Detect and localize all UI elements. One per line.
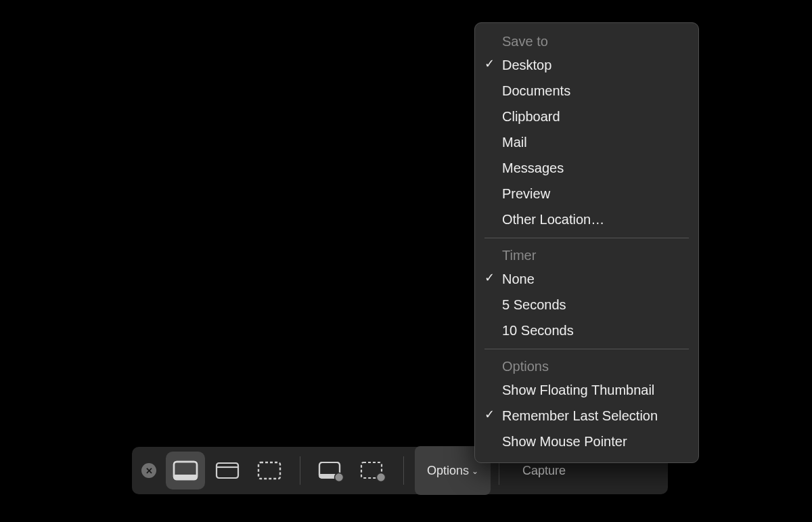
menu-item-timer-10s[interactable]: 10 Seconds (475, 318, 698, 343)
menu-item-other-location[interactable]: Other Location… (475, 206, 698, 232)
record-selection-button[interactable] (353, 452, 392, 490)
menu-item-mail[interactable]: Mail (475, 129, 698, 155)
options-menu: Save to ✓ Desktop Documents Clipboard Ma… (474, 22, 699, 463)
menu-separator (484, 238, 689, 238)
toolbar-divider-2 (403, 456, 404, 485)
menu-item-remember-last-selection[interactable]: ✓ Remember Last Selection (475, 403, 698, 429)
capture-selection-button[interactable] (250, 452, 289, 490)
menu-item-show-mouse-pointer[interactable]: Show Mouse Pointer (475, 429, 698, 454)
menu-header-options: Options (475, 355, 698, 377)
menu-item-label: Documents (502, 83, 570, 98)
checkmark-icon: ✓ (484, 408, 495, 422)
menu-item-label: Show Floating Thumbnail (502, 383, 654, 397)
window-icon (214, 460, 241, 481)
toolbar-divider (300, 456, 300, 485)
capture-window-button[interactable] (208, 452, 247, 490)
menu-item-label: Preview (502, 186, 550, 201)
menu-item-label: Other Location… (502, 212, 604, 227)
menu-item-desktop[interactable]: ✓ Desktop (475, 52, 698, 78)
capture-button-label: Capture (522, 464, 566, 478)
svg-rect-3 (217, 463, 238, 478)
selection-icon (256, 460, 283, 481)
svg-rect-5 (258, 462, 280, 479)
menu-header-timer: Timer (475, 244, 698, 266)
menu-item-label: 5 Seconds (502, 297, 566, 312)
menu-item-label: None (502, 271, 535, 286)
menu-item-label: Clipboard (502, 109, 560, 124)
checkmark-icon: ✓ (484, 271, 495, 286)
menu-item-label: Mail (502, 135, 527, 150)
chevron-down-icon: ⌄ (472, 466, 478, 476)
menu-header-save-to: Save to (475, 30, 698, 52)
record-screen-icon (317, 460, 344, 481)
capture-entire-screen-button[interactable] (166, 452, 205, 490)
menu-item-timer-none[interactable]: ✓ None (475, 266, 698, 292)
menu-item-clipboard[interactable]: Clipboard (475, 104, 698, 129)
options-button-label: Options (427, 464, 469, 478)
svg-point-11 (377, 473, 386, 482)
close-icon: ✕ (145, 466, 153, 476)
menu-item-label: Desktop (502, 58, 551, 72)
menu-item-documents[interactable]: Documents (475, 78, 698, 104)
menu-item-timer-5s[interactable]: 5 Seconds (475, 292, 698, 318)
record-entire-screen-button[interactable] (311, 452, 351, 490)
svg-point-9 (335, 473, 344, 482)
menu-item-messages[interactable]: Messages (475, 155, 698, 181)
menu-item-preview[interactable]: Preview (475, 181, 698, 206)
menu-item-label: Messages (502, 160, 564, 175)
screen-icon (172, 460, 199, 481)
menu-item-label: 10 Seconds (502, 323, 574, 338)
close-button[interactable]: ✕ (141, 463, 156, 478)
record-selection-icon (359, 460, 386, 481)
menu-item-label: Remember Last Selection (502, 408, 658, 423)
menu-separator (484, 349, 689, 349)
checkmark-icon: ✓ (484, 57, 495, 72)
menu-item-label: Show Mouse Pointer (502, 434, 627, 449)
menu-item-floating-thumbnail[interactable]: Show Floating Thumbnail (475, 377, 698, 403)
